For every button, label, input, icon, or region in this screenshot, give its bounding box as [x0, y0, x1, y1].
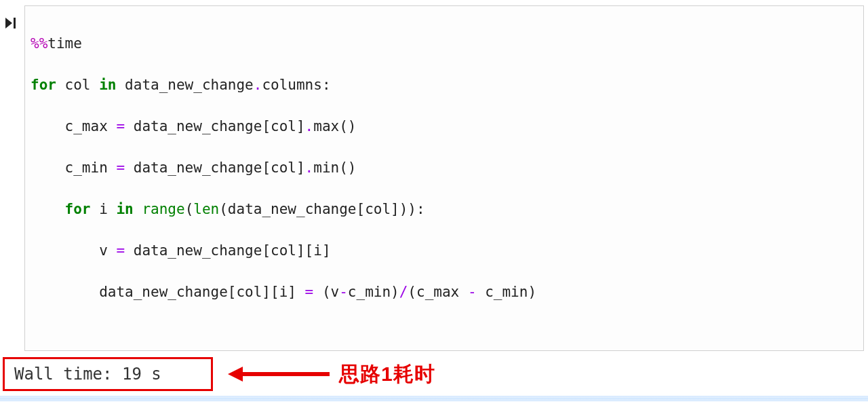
svg-rect-1: [14, 18, 16, 29]
cell-separator: [0, 396, 868, 401]
svg-marker-3: [228, 367, 243, 382]
wall-time-box-1: Wall time: 19 s: [3, 357, 213, 391]
run-cell-icon[interactable]: [3, 16, 19, 33]
annotation-row-1: Wall time: 19 s 思路1耗时: [3, 356, 868, 392]
notebook-root: %%time for col in data_new_change.column…: [0, 0, 868, 406]
svg-marker-0: [5, 18, 12, 29]
arrow-left-icon: [228, 364, 330, 384]
annotation-label-1: 思路1耗时: [339, 361, 435, 388]
code-cell-1: %%time for col in data_new_change.column…: [0, 5, 868, 351]
magic-prefix: %%: [31, 35, 47, 52]
code-block-1[interactable]: %%time for col in data_new_change.column…: [24, 5, 864, 351]
